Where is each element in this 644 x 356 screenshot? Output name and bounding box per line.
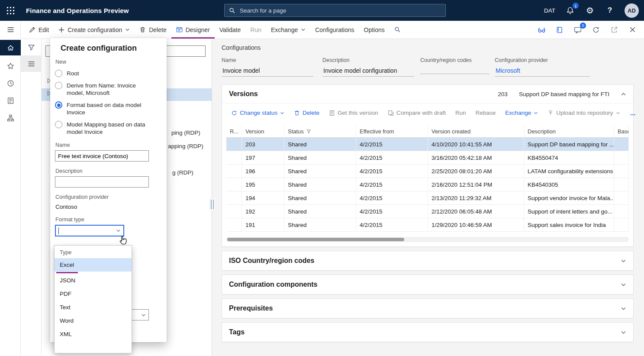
nav-hierarchy-button[interactable] [0, 109, 21, 126]
column-header-description[interactable]: Description [524, 126, 614, 137]
dropdown-option-word[interactable]: Word [55, 314, 132, 327]
chevron-down-icon[interactable] [621, 258, 626, 264]
close-button[interactable] [628, 25, 637, 35]
validate-button[interactable]: Validate [215, 21, 246, 39]
column-header-record[interactable]: R... [226, 126, 242, 137]
table-row[interactable]: 203 Shared 4/2/2015 4/10/2020 10:41:55 A… [226, 138, 629, 151]
nav-recent-button[interactable] [0, 74, 21, 92]
chevron-down-icon[interactable] [621, 306, 626, 311]
horizontal-scrollbar[interactable] [226, 237, 629, 242]
section-tags[interactable]: Tags [222, 322, 634, 342]
search-icon [229, 7, 235, 14]
description-input[interactable] [55, 176, 149, 188]
dropdown-option-text[interactable]: Text [55, 301, 132, 314]
filter-icon [28, 44, 35, 51]
radio-model-mapping-based[interactable]: Model Mapping based on data model Invoic… [55, 121, 160, 136]
get-this-version-button[interactable]: Get this version [324, 110, 383, 116]
nav-forms-button[interactable] [0, 92, 21, 109]
chevron-down-icon[interactable] [621, 330, 626, 335]
radio-format-based[interactable]: Format based on data model Invoice [55, 101, 160, 116]
format-type-combobox[interactable] [55, 225, 124, 236]
chevron-down-icon[interactable] [116, 228, 121, 233]
column-header-version[interactable]: Version [242, 126, 284, 137]
upload-into-repository-menu[interactable]: Upload into repository [543, 110, 625, 116]
search-input[interactable] [239, 7, 441, 14]
run-version-button[interactable]: Run [451, 110, 471, 116]
chevron-down-icon[interactable] [141, 313, 146, 317]
clock-icon [7, 80, 14, 87]
view-glasses-button[interactable] [537, 25, 546, 35]
command-search-button[interactable] [390, 21, 406, 39]
column-header-base[interactable]: Base [614, 126, 629, 137]
versions-header[interactable]: Versions 203 Support DP based mapping fo… [222, 85, 633, 103]
compare-with-draft-button[interactable]: Compare with draft [383, 110, 451, 116]
open-in-new-window-button[interactable] [609, 25, 619, 35]
filter-icon[interactable] [306, 129, 311, 134]
column-header-status[interactable]: Status [284, 126, 356, 137]
chevron-up-icon[interactable] [621, 91, 626, 97]
panel-splitter-handle[interactable] [209, 198, 215, 210]
settings-button[interactable]: ⚙ [585, 5, 595, 16]
nav-home-button[interactable] [0, 40, 21, 55]
field-value[interactable]: Invoice model configuration [322, 66, 414, 77]
tree-list-toggle-button[interactable] [21, 55, 42, 72]
radio-derive-from-name[interactable]: Derive from Name: Invoice model, Microso… [55, 82, 160, 97]
messages-button[interactable]: 0 [573, 25, 583, 35]
flyout-section-label: New [55, 59, 160, 65]
rebase-button[interactable]: Rebase [471, 110, 501, 116]
table-row[interactable]: 191 Shared 4/2/2015 1/29/2020 10:46:59 A… [226, 218, 629, 232]
app-launcher-button[interactable] [0, 0, 21, 21]
column-header-effective-from[interactable]: Effective from [356, 126, 428, 137]
chevron-down-icon[interactable] [621, 282, 626, 288]
notifications-button[interactable]: 1 [565, 5, 575, 16]
dropdown-option-excel[interactable]: Excel [55, 258, 132, 272]
task-guide-button[interactable] [555, 25, 564, 35]
delete-button[interactable]: Delete [135, 21, 171, 39]
create-configuration-button[interactable]: Create configuration [54, 21, 135, 39]
more-commands-button[interactable]: ... [625, 109, 641, 117]
section-prerequisites[interactable]: Prerequisites [222, 298, 634, 318]
format-type-label: Format type [55, 217, 160, 223]
tree-filter-button[interactable] [21, 39, 42, 55]
configurations-menu[interactable]: Configurations [310, 21, 359, 39]
table-row[interactable]: 196 Shared 4/2/2015 2/25/2020 08:01:20 A… [226, 165, 629, 178]
nav-favorites-button[interactable] [0, 57, 21, 74]
name-input[interactable] [55, 150, 149, 162]
tree-item-label[interactable]: ping (RDP) [171, 129, 200, 136]
topbar-search[interactable] [224, 4, 446, 17]
tree-item-label[interactable]: g (RDP) [172, 169, 193, 176]
row-selector-cell [226, 151, 242, 164]
run-button[interactable]: Run [245, 21, 266, 39]
tree-item-label[interactable]: apping (RDP) [168, 143, 203, 149]
delete-version-button[interactable]: Delete [289, 110, 324, 116]
change-status-button[interactable]: Change status [226, 110, 289, 116]
table-row[interactable]: 194 Shared 4/2/2015 2/13/2020 11:29:32 A… [226, 191, 629, 205]
edit-button[interactable]: Edit [24, 21, 54, 39]
dropdown-option-xml[interactable]: XML [55, 327, 132, 341]
options-menu[interactable]: Options [359, 21, 390, 39]
section-configuration-components[interactable]: Configuration components [222, 275, 634, 295]
field-label: Country/region codes [420, 57, 489, 63]
table-row[interactable]: 192 Shared 4/2/2015 2/12/2020 06:05:48 A… [226, 205, 629, 218]
field-value[interactable]: Invoice model [222, 66, 313, 77]
exchange-version-menu[interactable]: Exchange [500, 110, 543, 116]
nav-menu-button[interactable] [0, 21, 21, 38]
designer-tab[interactable]: Designer [171, 21, 215, 39]
help-button[interactable]: ? [605, 5, 615, 16]
provider-link[interactable]: Microsoft [495, 66, 590, 77]
radio-icon [55, 121, 62, 128]
column-header-version-created[interactable]: Version created [428, 126, 524, 137]
radio-root[interactable]: Root [55, 70, 160, 77]
section-iso-country-codes[interactable]: ISO Country/region codes [222, 251, 634, 271]
dropdown-option-json[interactable]: JSON [55, 274, 132, 287]
table-row[interactable]: 197 Shared 4/2/2015 3/16/2020 05:42:18 A… [226, 151, 629, 165]
refresh-button[interactable] [591, 25, 601, 35]
scrollbar-thumb[interactable] [227, 238, 404, 241]
field-value[interactable] [420, 66, 489, 74]
exchange-menu[interactable]: Exchange [266, 21, 310, 39]
row-selector-cell [226, 191, 242, 204]
table-row[interactable]: 195 Shared 4/2/2015 2/16/2020 12:51:04 P… [226, 178, 629, 191]
topbar-right-cluster: DAT 1 ⚙ ? AD [544, 0, 639, 21]
avatar[interactable]: AD [625, 3, 639, 18]
dropdown-option-pdf[interactable]: PDF [55, 287, 132, 301]
